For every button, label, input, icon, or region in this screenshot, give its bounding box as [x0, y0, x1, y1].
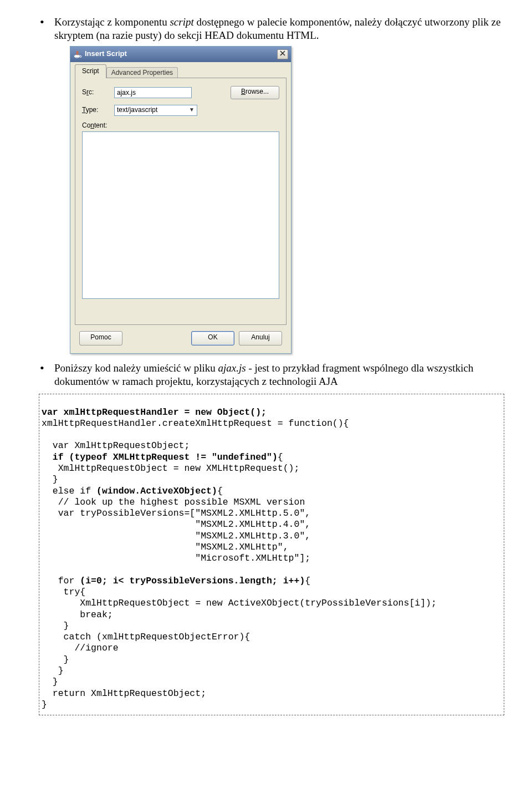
type-label: Type: — [82, 106, 114, 114]
bullet-1-text-pre: Korzystając z komponentu — [54, 16, 170, 28]
dialog-titlebar: Insert Script — [70, 47, 291, 62]
ok-button[interactable]: OK — [191, 331, 234, 345]
dialog-title: Insert Script — [85, 49, 277, 59]
close-icon — [280, 50, 285, 58]
tab-strip: Script Advanced Properties — [75, 65, 287, 78]
type-value: text/javascript — [117, 106, 157, 114]
cancel-button[interactable]: Anuluj — [239, 331, 282, 345]
bullet-2-text-pre: Poniższy kod należy umieścić w pliku — [54, 362, 218, 374]
code-listing: var xmlHttpRequestHandler = new Object()… — [39, 394, 504, 715]
src-input[interactable] — [114, 87, 192, 98]
bullet-1-em: script — [170, 16, 193, 28]
chevron-down-icon: ▼ — [189, 106, 195, 114]
content-label: Content: — [82, 121, 114, 130]
java-coffee-icon — [73, 50, 82, 59]
tab-advanced-properties[interactable]: Advanced Properties — [106, 67, 178, 78]
tab-panel-script: Src: Browse... Type: text/javascript ▼ — [75, 78, 287, 325]
browse-button[interactable]: Browse... — [231, 86, 279, 99]
svg-point-0 — [74, 55, 80, 57]
bullet-1: Korzystając z komponentu script dostępne… — [39, 16, 504, 354]
content-textarea[interactable] — [82, 131, 279, 299]
type-select[interactable]: text/javascript ▼ — [114, 105, 197, 116]
src-label: Src: — [82, 88, 114, 96]
close-button[interactable] — [277, 49, 288, 59]
bullet-2: Poniższy kod należy umieścić w pliku aja… — [39, 362, 504, 389]
bullet-2-em: ajax.js — [218, 362, 246, 374]
help-button[interactable]: Pomoc — [79, 331, 122, 345]
tab-script[interactable]: Script — [75, 64, 106, 78]
insert-script-dialog: Insert Script Script Advanced Properties — [70, 46, 291, 354]
